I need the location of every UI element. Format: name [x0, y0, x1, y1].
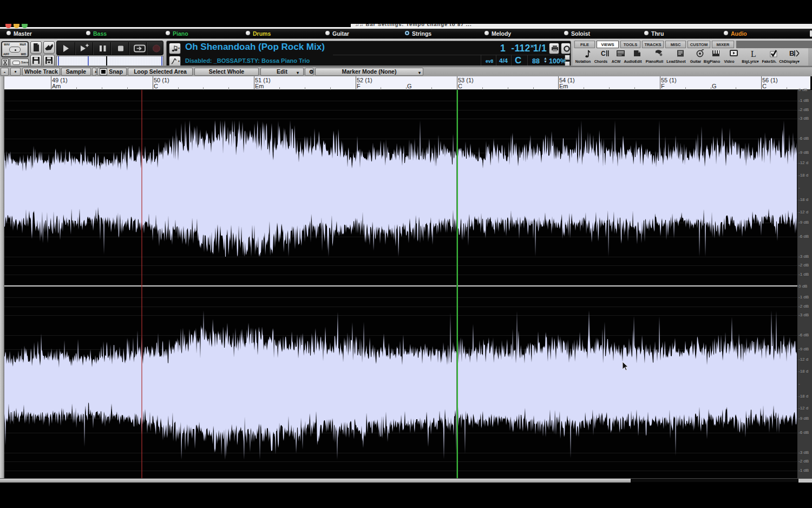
svg-text:C: C [601, 50, 606, 57]
svg-text:L: L [751, 49, 756, 58]
svg-text:B: B [789, 49, 794, 57]
